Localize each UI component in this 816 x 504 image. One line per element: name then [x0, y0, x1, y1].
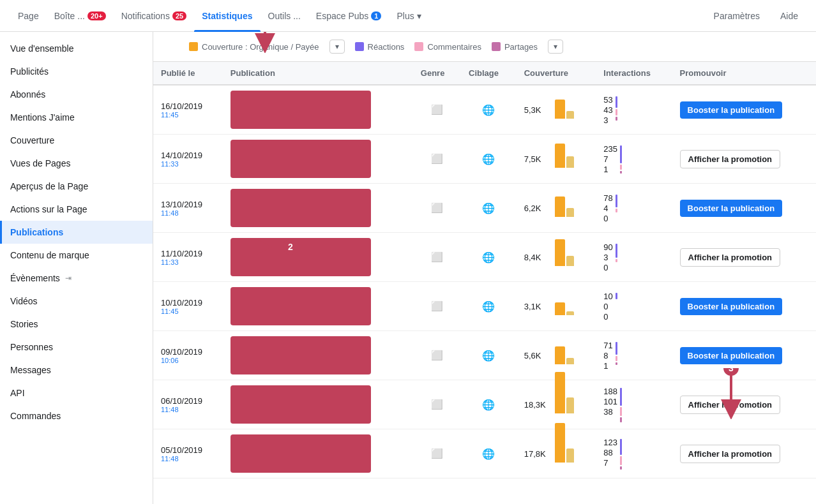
cell-genre: ⬜ [413, 282, 461, 331]
cell-date: 06/10/201911:48 [153, 380, 223, 429]
coverage-bar [555, 248, 574, 266]
interaction-count: 38 [603, 407, 617, 417]
interaction-count: 7 [603, 458, 617, 468]
arrow3-annotation: 3 [709, 368, 747, 419]
nav-plus[interactable]: Plus ▾ [389, 0, 428, 32]
organic-bar [555, 372, 565, 413]
coverage-number: 6,2K [524, 204, 550, 213]
table-header-row: Publié le Publication Genre Ciblage Couv… [153, 62, 816, 85]
cell-date: 05/10/201911:48 [153, 429, 223, 478]
cell-genre: ⬜ [413, 331, 461, 380]
nav-outils[interactable]: Outils ... [261, 0, 308, 32]
interaction-bar [620, 417, 622, 422]
interaction-count: 0 [603, 312, 612, 322]
sidebar-item-actions[interactable]: Actions sur la Page [0, 198, 153, 221]
partages-legend: Partages [492, 42, 538, 52]
coverage-bar [555, 199, 574, 217]
sidebar-item-mentions[interactable]: Mentions J'aime [0, 106, 153, 129]
cell-couverture: 5,3K [517, 85, 596, 135]
coverage-bar [555, 396, 574, 413]
post-thumbnail [230, 434, 371, 473]
globe-icon: 🌐 [482, 399, 495, 410]
nav-espace-pubs[interactable]: Espace Pubs 1 [308, 0, 389, 32]
cell-publication [223, 380, 413, 429]
globe-icon: 🌐 [482, 203, 495, 214]
genre-icon: ⬜ [431, 251, 443, 262]
cell-genre: ⬜ [413, 184, 461, 233]
sidebar-item-stories[interactable]: Stories [0, 313, 153, 336]
sidebar-item-api[interactable]: API [0, 382, 153, 404]
sidebar-item-commandes[interactable]: Commandes [0, 404, 153, 427]
boost-button[interactable]: Booster la publication [680, 200, 783, 217]
cell-ciblage: 🌐 [461, 282, 517, 331]
cell-publication [223, 233, 413, 282]
nav-boite[interactable]: Boîte ... 20+ [47, 0, 114, 32]
boost-button[interactable]: Booster la publication [680, 101, 783, 119]
sidebar-item-vues-pages[interactable]: Vues de Pages [0, 152, 153, 175]
notifications-badge: 25 [172, 11, 186, 20]
cell-promouvoir: Booster la publication [672, 184, 816, 233]
sidebar-item-couverture[interactable]: Couverture [0, 129, 153, 152]
organic-bar [555, 100, 565, 119]
organic-bar [555, 346, 565, 364]
interaction-count: 123 [603, 438, 617, 447]
promo-button[interactable]: Afficher la promotion [680, 248, 780, 267]
interaction-bar [620, 456, 622, 465]
interaction-counts: 9030 [603, 242, 612, 272]
sidebar-item-videos[interactable]: Vidéos [0, 290, 153, 313]
nav-statistiques[interactable]: Statistiques [194, 0, 260, 32]
boite-badge: 20+ [87, 11, 106, 20]
pubs-badge: 1 [371, 11, 381, 20]
interactions-dropdown[interactable]: ▾ [548, 40, 563, 54]
cell-interactions: 123887 [596, 429, 672, 478]
cell-couverture: 3,1K [517, 282, 596, 331]
globe-icon: 🌐 [482, 105, 495, 115]
coverage-bar [555, 101, 574, 119]
sidebar-item-abonnes[interactable]: Abonnés [0, 83, 153, 106]
interaction-count: 88 [603, 448, 617, 457]
interaction-count: 71 [603, 341, 612, 350]
post-thumbnail [230, 287, 371, 325]
nav-parametres[interactable]: Paramètres [706, 0, 767, 32]
interaction-bars [616, 292, 617, 302]
cell-couverture: 7,5K [517, 135, 596, 184]
sidebar-item-evenements[interactable]: Évènements ⇥ [0, 267, 153, 290]
genre-icon: ⬜ [431, 153, 443, 164]
nav-aide[interactable]: Aide [773, 0, 806, 32]
table-row: 11/10/201911:33⬜🌐 8,4K 9030 Afficher la … [153, 233, 816, 282]
nav-page[interactable]: Page [10, 0, 47, 32]
genre-icon: ⬜ [431, 300, 443, 311]
interaction-bar [616, 259, 617, 262]
interaction-bar [620, 439, 622, 455]
paid-bar [566, 156, 574, 168]
nav-notifications[interactable]: Notifications 25 [114, 0, 195, 32]
sidebar-item-publicites[interactable]: Publicités [0, 60, 153, 83]
reactions-dot [355, 42, 364, 51]
table-row: 16/10/201911:45⬜🌐 5,3K 53433 Booster la … [153, 85, 816, 135]
boost-button[interactable]: Booster la publication [680, 347, 783, 364]
interaction-count: 4 [603, 204, 612, 213]
sidebar-item-vue-ensemble[interactable]: Vue d'ensemble [0, 37, 153, 60]
sidebar-item-messages[interactable]: Messages [0, 359, 153, 382]
interaction-bar [620, 407, 622, 416]
cell-genre: ⬜ [413, 135, 461, 184]
sidebar-item-contenu-marque[interactable]: Contenu de marque [0, 244, 153, 267]
top-navigation: Page Boîte ... 20+ Notifications 25 Stat… [0, 0, 816, 32]
organic-bar [555, 239, 565, 266]
interaction-bar [616, 244, 617, 258]
interaction-count: 0 [603, 214, 612, 223]
interaction-bar [616, 96, 617, 108]
sidebar-item-personnes[interactable]: Personnes [0, 336, 153, 359]
interaction-count: 0 [603, 263, 612, 272]
sidebar: Vue d'ensemble Publicités Abonnés Mentio… [0, 32, 153, 504]
promo-button[interactable]: Afficher la promotion [680, 445, 780, 463]
interaction-bars [620, 438, 622, 470]
coverage-dropdown[interactable]: ▾ [329, 40, 345, 54]
sidebar-item-apercus[interactable]: Aperçus de la Page [0, 175, 153, 198]
cell-promouvoir: Afficher la promotion [672, 233, 816, 282]
cell-genre: ⬜ [413, 85, 461, 135]
paid-bar [566, 397, 574, 413]
promo-button[interactable]: Afficher la promotion [680, 150, 780, 168]
sidebar-item-publications[interactable]: Publications [0, 221, 153, 244]
boost-button[interactable]: Booster la publication [680, 298, 783, 315]
